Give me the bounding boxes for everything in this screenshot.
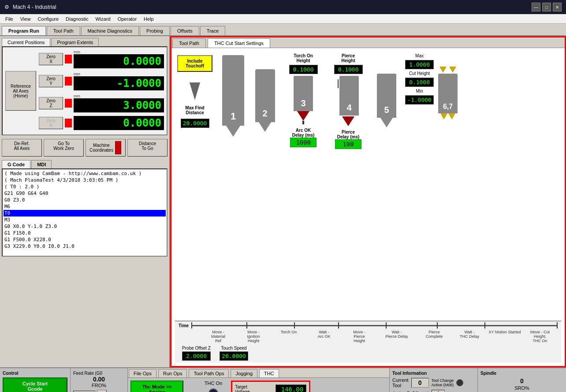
bottom-section: Control Cycle StartGcode Feed Hold Stop … xyxy=(0,367,566,392)
tab-file-ops[interactable]: File Ops xyxy=(129,369,156,377)
torch-step-4-num: 4 xyxy=(346,103,351,113)
tab-program-extents[interactable]: Program Extents xyxy=(51,38,99,46)
torch-step-5-num: 5 xyxy=(384,105,389,115)
tool-change-label: Tool ChangeActive (M06) xyxy=(432,378,454,387)
tab-run-ops[interactable]: Run Ops xyxy=(158,369,187,377)
menu-diagnostic[interactable]: Diagnostic xyxy=(62,15,92,22)
zero-z-button[interactable]: ZeroZ xyxy=(39,97,63,109)
timeline-section: Time Move -MaterialRef Move -Ignitio xyxy=(175,321,561,362)
tool-info-panel: Tool Information CurrentTool 0 Tool Chan… xyxy=(390,368,478,392)
menu-operator[interactable]: Operator xyxy=(114,15,140,22)
menu-wizard[interactable]: Wizard xyxy=(92,15,114,22)
machine-coordinates-button[interactable]: MachineCoordinates xyxy=(86,139,126,157)
thc-tab-bar: Tool Path THC Cut Start Settings xyxy=(171,37,565,48)
current-tool-label: CurrentTool xyxy=(392,377,409,388)
tab-thc-cut-start[interactable]: THC Cut Start Settings xyxy=(208,38,270,48)
tab-offsets[interactable]: Offsets xyxy=(171,26,199,35)
tab-tool-path-ops[interactable]: Tool Path Ops xyxy=(189,369,229,377)
tab-probing[interactable]: Probing xyxy=(140,26,170,35)
include-touchoff-button[interactable]: IncludeTouchoff xyxy=(177,55,212,72)
gcode-editor[interactable]: ( Made using CamBam - http://www.cambam.… xyxy=(2,168,168,257)
thc-mode-button[interactable]: Thc Mode ==Analog xyxy=(130,381,183,392)
action-buttons: De-Ref.All Axes Go ToWork Zero MachineCo… xyxy=(0,137,169,158)
target-voltage-row: TargetVoltage 146.00 xyxy=(235,385,306,392)
fro-plus-button[interactable]: + xyxy=(97,390,107,392)
pierce-height-value: 0.1000 xyxy=(334,65,363,74)
fro-label: FRO% xyxy=(73,383,125,388)
menu-help[interactable]: Help xyxy=(140,15,157,22)
sro-label: SRO% xyxy=(480,385,563,391)
tab-trace[interactable]: Trace xyxy=(200,26,226,35)
gcode-line-11: G1 F500.0 X228.0 xyxy=(4,236,166,243)
deref-all-axes-button[interactable]: De-Ref.All Axes xyxy=(2,139,42,157)
active-d-offset-row: Active D Offset #: 0 xyxy=(392,390,475,392)
zero-a-button[interactable]: ZeroA xyxy=(39,117,63,129)
axis-z-row: ZeroZ mm 3.0000 xyxy=(39,94,164,112)
tl-move-pierce: Move -PierceHeight xyxy=(342,330,377,343)
zero-y-button[interactable]: ZeroY xyxy=(39,75,63,87)
menu-view[interactable]: View xyxy=(17,15,34,22)
max-find-label: Max FindDistance xyxy=(185,105,204,115)
torch-step-67-num: 6,7 xyxy=(443,103,453,111)
gcode-line-5: G0 Z3.0 xyxy=(4,197,166,203)
torch-on-height-label: Torch OnHeight xyxy=(294,53,313,63)
gcode-line-6: M6 xyxy=(4,203,166,210)
feed-rate-panel: Feed Rate (G0 0.00 FRO% + Rapid Rate (G … xyxy=(71,368,128,392)
y-indicator xyxy=(65,77,72,86)
ops-tab-bar: File Ops Run Ops Tool Path Ops Jogging T… xyxy=(128,368,389,378)
tab-program-run[interactable]: Program Run xyxy=(2,26,46,35)
thc-content-area: IncludeTouchoff Max FindDistance 20.0000… xyxy=(171,48,565,366)
cut-height-label: Cut Height xyxy=(409,71,430,76)
tab-thc-ops[interactable]: THC xyxy=(259,369,279,377)
tab-gcode[interactable]: G Code xyxy=(2,160,30,168)
maximize-button[interactable]: □ xyxy=(542,3,551,11)
y-position-display: -1.0000 xyxy=(74,76,164,90)
control-label: Control xyxy=(3,371,67,376)
max-value: 1.0000 xyxy=(405,60,434,69)
reference-all-axes-button[interactable]: ReferenceAll Axes(Home) xyxy=(5,71,36,111)
a-position-display: 0.0000 xyxy=(74,116,164,130)
minimize-button[interactable]: — xyxy=(532,3,540,11)
tab-machine-diagnostics[interactable]: Machine Diagnostics xyxy=(81,26,139,35)
torch-on-height-value: 0.1000 xyxy=(289,65,318,74)
title-bar: ⚙ Mach 4 - Industrial — □ ✕ xyxy=(0,0,566,14)
main-content: Current Positions Program Extents Refere… xyxy=(0,36,566,367)
tab-current-positions[interactable]: Current Positions xyxy=(2,38,50,46)
gcode-line-12: G3 X229.0 Y0.0 I0.0 J1.0 xyxy=(4,243,166,250)
tab-jogging[interactable]: Jogging xyxy=(231,369,257,377)
menu-bar: File View Configure Diagnostic Wizard Op… xyxy=(0,14,566,24)
close-button[interactable]: ✕ xyxy=(553,3,562,11)
z-unit: mm xyxy=(74,94,164,98)
x-position-display: 0.0000 xyxy=(74,54,164,68)
timeline-label: Time xyxy=(179,323,189,328)
tab-tool-path[interactable]: Tool Path xyxy=(47,26,80,35)
min-label: Min xyxy=(416,89,423,93)
pierce-delay-label: PierceDelay (ms) xyxy=(337,130,360,139)
a-indicator xyxy=(65,119,72,127)
go-to-work-zero-button[interactable]: Go ToWork Zero xyxy=(44,139,84,157)
control-panel: Control Cycle StartGcode Feed Hold Stop … xyxy=(0,368,71,392)
gcode-line-7: T0 xyxy=(4,210,166,217)
tab-mdi[interactable]: MDI xyxy=(31,160,52,168)
tl-move-material: Move -MaterialRef xyxy=(201,330,236,343)
tl-move-ignition: Move -IgnitionHeight xyxy=(236,330,271,343)
zero-x-button[interactable]: ZeroX xyxy=(39,53,63,65)
positions-area: ReferenceAll Axes(Home) ZeroX mm 0.0000 xyxy=(2,46,168,135)
feed-rate-value: 0.00 xyxy=(73,376,125,383)
tool-change-indicator xyxy=(456,379,463,386)
min-value: -1.0000 xyxy=(405,95,434,105)
max-find-distance-display: 20.0000 xyxy=(181,119,209,128)
menu-configure[interactable]: Configure xyxy=(34,15,62,22)
thc-values-panel: TargetVoltage 146.00 AdjustRate 30.00 XY… xyxy=(231,381,310,392)
tab-tool-path-thc[interactable]: Tool Path xyxy=(172,38,206,48)
spindle-label: Spindle xyxy=(480,371,563,376)
gcode-line-4: G21 G90 G64 G40 xyxy=(4,190,166,197)
cut-height-value: 0.1000 xyxy=(405,78,434,87)
distance-to-go-button[interactable]: DistanceTo Go xyxy=(127,139,168,157)
touch-speed-value: 20.0000 xyxy=(220,351,248,361)
tl-wait-arc: Wait -Arc OK xyxy=(306,330,342,343)
menu-file[interactable]: File xyxy=(2,15,17,22)
target-voltage-display: 146.00 xyxy=(276,385,306,392)
axis-y-row: ZeroY mm -1.0000 xyxy=(39,72,164,90)
cycle-start-button[interactable]: Cycle StartGcode xyxy=(3,377,67,392)
